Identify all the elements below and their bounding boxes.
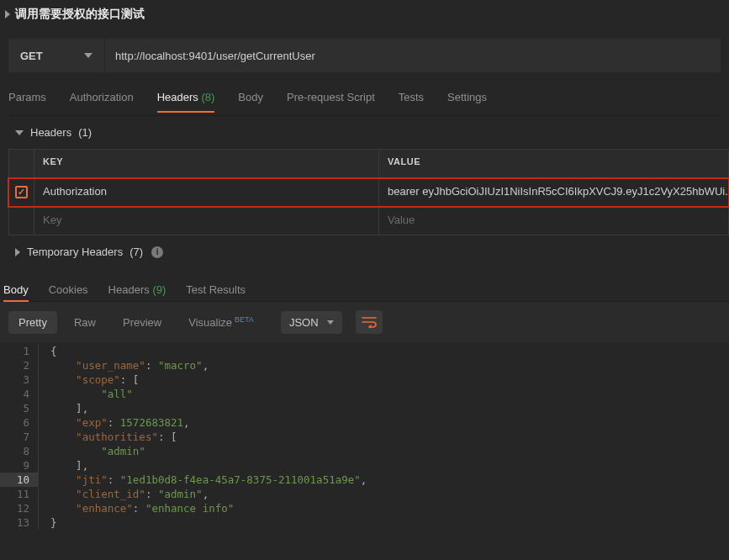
- json-string: "admin": [158, 488, 203, 500]
- tab-authorization[interactable]: Authorization: [70, 91, 134, 112]
- url-text: http://localhost:9401/user/getCurrentUse…: [115, 50, 315, 62]
- json-string: "enhance info": [145, 502, 234, 515]
- header-value-placeholder[interactable]: Value: [379, 207, 729, 235]
- tab-headers-count: (8): [201, 91, 214, 103]
- response-body-viewer[interactable]: 1{ 2 "user_name": "macro", 3 "scope": [ …: [0, 342, 729, 530]
- resp-tab-headers-count: (9): [152, 283, 166, 296]
- json-key: "exp": [76, 416, 108, 429]
- json-brace: }: [50, 516, 57, 529]
- language-label: JSON: [289, 316, 319, 329]
- temporary-headers-count: (7): [129, 246, 143, 258]
- url-input[interactable]: http://localhost:9401/user/getCurrentUse…: [105, 39, 721, 72]
- tab-settings[interactable]: Settings: [447, 91, 487, 112]
- line-number: 3: [0, 372, 39, 387]
- json-string: "macro": [158, 359, 203, 372]
- http-method-label: GET: [20, 50, 43, 62]
- json-key: "user_name": [76, 359, 145, 372]
- json-key: "authorities": [76, 431, 158, 443]
- json-key: "enhance": [76, 502, 133, 515]
- resp-tab-body[interactable]: Body: [3, 283, 29, 301]
- http-method-select[interactable]: GET: [8, 39, 105, 72]
- chevron-down-icon: [327, 320, 334, 325]
- header-key-input[interactable]: Authorization: [34, 178, 379, 206]
- wrap-lines-button[interactable]: [356, 310, 383, 334]
- line-number: 13: [0, 515, 39, 530]
- line-number: 12: [0, 501, 39, 515]
- visualize-label: Visualize: [188, 316, 232, 329]
- line-number: 1: [0, 344, 39, 358]
- request-tabs: Params Authorization Headers (8) Body Pr…: [8, 91, 721, 116]
- beta-badge: BETA: [235, 315, 254, 324]
- wrap-icon: [362, 316, 377, 328]
- value-column-header: VALUE: [379, 150, 729, 177]
- header-row-authorization[interactable]: ✓ Authorization bearer eyJhbGciOiJIUzI1N…: [8, 178, 729, 207]
- tab-body[interactable]: Body: [238, 91, 263, 112]
- json-key: "scope": [76, 373, 120, 386]
- chevron-down-icon: [15, 130, 24, 135]
- headers-section-toggle[interactable]: Headers (1): [0, 116, 729, 149]
- headers-section-count: (1): [78, 126, 92, 139]
- view-visualize-button[interactable]: VisualizeBETA: [178, 311, 264, 334]
- url-row: GET http://localhost:9401/user/getCurren…: [8, 39, 721, 72]
- response-tabs: Body Cookies Headers (9) Test Results: [0, 273, 729, 302]
- checkbox-checked-icon[interactable]: ✓: [15, 186, 28, 198]
- header-key-placeholder[interactable]: Key: [34, 207, 379, 235]
- check-all-cell: [9, 150, 34, 177]
- headers-section-label: Headers: [30, 126, 71, 139]
- header-row-checkbox-cell: ✓: [9, 178, 34, 206]
- language-select[interactable]: JSON: [281, 311, 342, 334]
- json-key: "client_id": [76, 488, 145, 500]
- line-number: 2: [0, 358, 39, 372]
- tab-prerequest[interactable]: Pre-request Script: [287, 91, 375, 112]
- line-number: 9: [0, 458, 39, 473]
- key-column-header: KEY: [34, 150, 379, 177]
- view-pretty-button[interactable]: Pretty: [8, 311, 57, 334]
- tab-headers-label: Headers: [157, 91, 198, 103]
- request-title-bar: 调用需要授权的接口测试: [0, 0, 729, 30]
- header-row-new[interactable]: Key Value: [8, 207, 729, 235]
- line-number: 4: [0, 387, 39, 401]
- temporary-headers-label: Temporary Headers: [27, 246, 123, 258]
- info-icon[interactable]: i: [151, 246, 163, 258]
- json-string: "admin": [101, 445, 145, 457]
- resp-tab-headers-label: Headers: [108, 283, 150, 296]
- line-number: 11: [0, 487, 39, 501]
- line-number: 7: [0, 430, 39, 444]
- resp-tab-headers[interactable]: Headers (9): [108, 283, 166, 301]
- view-raw-button[interactable]: Raw: [64, 311, 106, 334]
- json-key: "jti": [76, 473, 108, 486]
- json-brace: {: [50, 345, 57, 357]
- line-number: 10: [0, 473, 39, 487]
- headers-table-head: KEY VALUE: [8, 150, 729, 178]
- response-toolbar: Pretty Raw Preview VisualizeBETA JSON: [0, 302, 729, 342]
- line-number: 8: [0, 444, 39, 458]
- chevron-down-icon: [84, 53, 92, 58]
- header-value-input[interactable]: bearer eyJhbGciOiJIUzI1NiIsInR5cCI6IkpXV…: [379, 178, 729, 206]
- line-number: 6: [0, 415, 39, 430]
- chevron-right-icon: [15, 248, 20, 256]
- json-number: 1572683821: [120, 416, 183, 429]
- headers-table: KEY VALUE ✓ Authorization bearer eyJhbGc…: [8, 149, 729, 235]
- json-string: "1ed1b0d8-f4ea-45a7-8375-211001a51a9e": [120, 473, 361, 486]
- tab-headers[interactable]: Headers (8): [157, 91, 215, 112]
- temporary-headers-toggle[interactable]: Temporary Headers (7) i: [0, 235, 729, 268]
- resp-tab-test-results[interactable]: Test Results: [186, 283, 246, 301]
- request-title: 调用需要授权的接口测试: [15, 7, 145, 22]
- tab-tests[interactable]: Tests: [399, 91, 424, 112]
- line-number: 5: [0, 401, 39, 415]
- header-row-checkbox-cell: [9, 207, 34, 235]
- resp-tab-cookies[interactable]: Cookies: [49, 283, 88, 301]
- json-string: "all": [101, 388, 133, 400]
- view-preview-button[interactable]: Preview: [113, 311, 172, 334]
- expand-icon[interactable]: [5, 10, 10, 18]
- tab-params[interactable]: Params: [8, 91, 46, 112]
